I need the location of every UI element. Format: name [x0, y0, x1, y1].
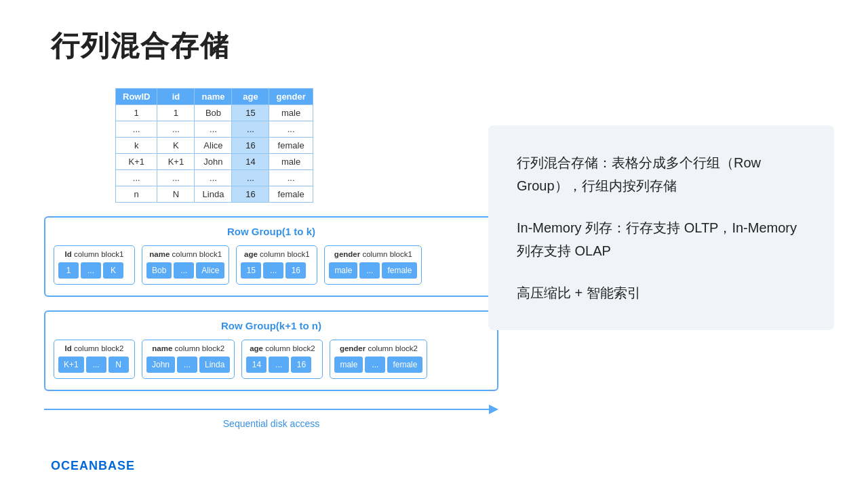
table-cell: male [269, 105, 313, 121]
info-line-2: In-Memory 列存：行存支持 OLTP，In-Memory 列存支持 OL… [517, 216, 806, 262]
table-cell: ... [157, 170, 195, 186]
col-block-title: age column block1 [241, 250, 313, 258]
info-line-3: 高压缩比 + 智能索引 [517, 281, 806, 304]
page-title: 行列混合存储 [51, 27, 230, 65]
col-cell: ... [359, 262, 380, 279]
col-cell: 15 [241, 262, 261, 279]
sequential-arrow [44, 405, 498, 414]
oceanbase-logo: OCEANBASE [51, 459, 135, 473]
table-cell: K+1 [116, 154, 157, 170]
col-block: name column block2John...Linda [142, 340, 235, 379]
table-header-age: age [232, 89, 269, 105]
col-block-title: name column block1 [146, 250, 224, 258]
col-cell: Linda [199, 357, 230, 373]
arrow-line [44, 409, 489, 411]
col-cell: N [108, 357, 129, 373]
col-cell: K [103, 262, 123, 279]
row-group-2: Row Group(k+1 to n) Id column block2K+1.… [44, 310, 498, 391]
col-cell: ... [263, 262, 283, 279]
col-cell: ... [269, 357, 289, 373]
table-cell: K [157, 138, 195, 154]
col-cell: female [387, 357, 422, 373]
table-cell: K+1 [157, 154, 195, 170]
col-block-cells: 1...K [58, 262, 130, 279]
table-cell: ... [116, 170, 157, 186]
col-block-title: gender column block2 [334, 344, 422, 352]
col-cell: 14 [246, 357, 267, 373]
col-block-cells: K+1...N [58, 357, 130, 373]
row-group-2-title: Row Group(k+1 to n) [54, 320, 489, 331]
table-cell: Alice [195, 138, 232, 154]
col-block: gender column block1male...female [324, 245, 422, 285]
table-row: nNLinda16female [116, 186, 313, 203]
col-block: age column block214...16 [241, 340, 323, 379]
arrow-head [489, 405, 498, 414]
table-row: ............... [116, 170, 313, 186]
col-cell: Alice [196, 262, 224, 279]
table-cell: male [269, 154, 313, 170]
row-group-1-columns: Id column block11...Kname column block1B… [54, 245, 489, 285]
col-cell: ... [174, 262, 194, 279]
col-cell: male [334, 357, 363, 373]
table-cell: 16 [232, 186, 269, 203]
row-group-1: Row Group(1 to k) Id column block11...Kn… [44, 216, 498, 297]
info-line-1: 行列混合存储：表格分成多个行组（Row Group），行组内按列存储 [517, 151, 806, 197]
row-group-1-title: Row Group(1 to k) [54, 226, 489, 237]
table-row: ............... [116, 121, 313, 138]
table-row: 11Bob15male [116, 105, 313, 121]
table-header-id: id [157, 89, 195, 105]
table-row: K+1K+1John14male [116, 154, 313, 170]
col-cell: ... [365, 357, 385, 373]
table-cell: ... [232, 121, 269, 138]
info-box: 行列混合存储：表格分成多个行组（Row Group），行组内按列存储 In-Me… [488, 125, 834, 330]
col-cell: John [146, 357, 175, 373]
col-cell: 1 [58, 262, 79, 279]
col-cell: female [382, 262, 417, 279]
col-cell: K+1 [58, 357, 84, 373]
table-cell: k [116, 138, 157, 154]
table-cell: 1 [157, 105, 195, 121]
table-cell: Bob [195, 105, 232, 121]
table-cell: ... [195, 170, 232, 186]
table-cell: N [157, 186, 195, 203]
col-block-cells: Bob...Alice [146, 262, 224, 279]
table-cell: Linda [195, 186, 232, 203]
col-block: Id column block2K+1...N [54, 340, 135, 379]
col-block-title: age column block2 [246, 344, 318, 352]
col-cell: 16 [291, 357, 311, 373]
table-cell: 16 [232, 138, 269, 154]
table-cell: female [269, 138, 313, 154]
col-block-cells: 15...16 [241, 262, 313, 279]
col-block: name column block1Bob...Alice [142, 245, 229, 285]
table-cell: ... [269, 121, 313, 138]
col-block-title: Id column block2 [58, 344, 130, 352]
col-block-cells: John...Linda [146, 357, 230, 373]
table-cell: ... [116, 121, 157, 138]
table-cell: 15 [232, 105, 269, 121]
table-row: kKAlice16female [116, 138, 313, 154]
col-cell: ... [86, 357, 106, 373]
col-block-title: gender column block1 [329, 250, 417, 258]
col-block: age column block115...16 [236, 245, 317, 285]
table-cell: 1 [116, 105, 157, 121]
col-cell: 16 [285, 262, 306, 279]
col-block-title: Id column block1 [58, 250, 130, 258]
table-cell: ... [269, 170, 313, 186]
col-block-cells: 14...16 [246, 357, 318, 373]
col-cell: male [329, 262, 357, 279]
table-cell: female [269, 186, 313, 203]
col-block-cells: male...female [334, 357, 422, 373]
table-cell: ... [195, 121, 232, 138]
col-cell: ... [177, 357, 197, 373]
table-cell: ... [157, 121, 195, 138]
col-block: Id column block11...K [54, 245, 135, 285]
table-cell: ... [232, 170, 269, 186]
table-cell: n [116, 186, 157, 203]
left-diagram: RowIDidnameagegender 11Bob15male........… [44, 88, 498, 429]
col-block: gender column block2male...female [330, 340, 427, 379]
data-table: RowIDidnameagegender 11Bob15male........… [115, 88, 313, 203]
table-header-name: name [195, 89, 232, 105]
col-cell: ... [81, 262, 101, 279]
row-group-2-columns: Id column block2K+1...Nname column block… [54, 340, 489, 379]
table-header-gender: gender [269, 89, 313, 105]
